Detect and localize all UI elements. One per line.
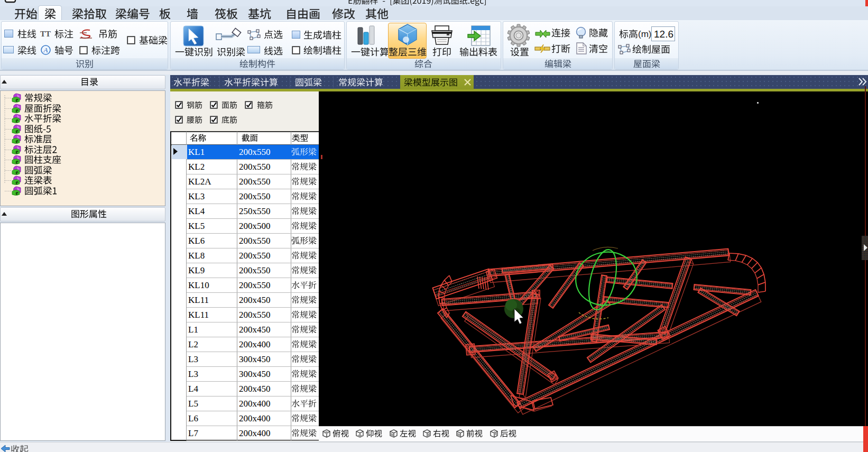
svg-text:e: e: [16, 189, 19, 196]
svg-text:e: e: [16, 106, 19, 114]
svg-text:e: e: [16, 179, 19, 186]
svg-text:e: e: [16, 127, 19, 134]
svg-text:e: e: [16, 158, 19, 165]
svg-text:e: e: [16, 147, 19, 155]
svg-text:e: e: [16, 168, 19, 176]
svg-text:e: e: [16, 137, 19, 145]
svg-text:A: A: [43, 46, 48, 54]
svg-text:e: e: [16, 117, 19, 124]
svg-text:e: e: [16, 96, 19, 104]
